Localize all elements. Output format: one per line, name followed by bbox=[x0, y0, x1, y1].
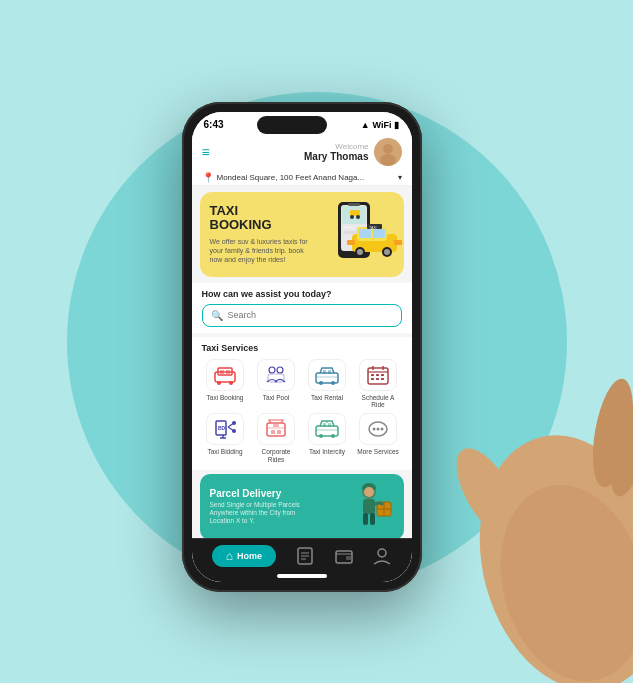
svg-rect-28 bbox=[220, 370, 224, 374]
search-input[interactable] bbox=[228, 310, 393, 320]
corporate-rides-label: Corporate Rides bbox=[253, 448, 300, 464]
taxi-rental-label: Taxi Rental bbox=[311, 394, 343, 402]
app-header: ≡ Welcome Mary Thomas bbox=[192, 134, 412, 170]
welcome-label: Welcome bbox=[304, 142, 368, 151]
svg-point-30 bbox=[269, 367, 275, 373]
nav-item-home[interactable]: ⌂ Home bbox=[212, 545, 276, 567]
search-box[interactable]: 🔍 bbox=[202, 304, 402, 327]
taxi-bidding-icon: BD bbox=[213, 419, 237, 439]
nav-item-wallet[interactable] bbox=[335, 547, 353, 565]
header-user-info: Welcome Mary Thomas bbox=[304, 142, 368, 162]
location-text: Mondeal Square, 100 Feet Anand Naga... bbox=[217, 173, 395, 182]
taxi-pool-label: Taxi Pool bbox=[263, 394, 289, 402]
svg-point-19 bbox=[384, 249, 390, 255]
bottom-nav: ⌂ Home bbox=[192, 538, 412, 571]
svg-rect-85 bbox=[346, 556, 351, 560]
taxi-pool-icon bbox=[264, 365, 288, 385]
orders-icon bbox=[296, 547, 314, 565]
service-item-taxi-rental[interactable]: Taxi Rental bbox=[304, 359, 351, 410]
profile-icon bbox=[373, 547, 391, 565]
service-item-taxi-bidding[interactable]: BD Taxi Bidding bbox=[202, 413, 249, 464]
search-icon: 🔍 bbox=[211, 310, 223, 321]
svg-point-61 bbox=[319, 434, 323, 438]
nav-item-profile[interactable] bbox=[373, 547, 391, 565]
taxi-booking-label: Taxi Booking bbox=[207, 394, 244, 402]
svg-rect-43 bbox=[371, 374, 374, 376]
svg-rect-79 bbox=[370, 513, 375, 525]
services-section-title: Taxi Services bbox=[202, 343, 402, 353]
parcel-delivery-banner[interactable]: Parcel Delivery Send Single or Multiple … bbox=[200, 474, 404, 538]
svg-point-31 bbox=[277, 367, 283, 373]
corporate-rides-icon-box bbox=[257, 413, 295, 445]
more-services-icon bbox=[366, 419, 390, 439]
search-section: How can we assist you today? 🔍 bbox=[192, 283, 412, 333]
svg-rect-47 bbox=[376, 378, 379, 380]
svg-rect-59 bbox=[273, 424, 279, 427]
battery-icon: ▮ bbox=[394, 120, 399, 130]
scroll-content[interactable]: TAXI BOOKING We offer suv & luxuries tax… bbox=[192, 186, 412, 538]
home-label: Home bbox=[237, 551, 262, 561]
svg-rect-44 bbox=[376, 374, 379, 376]
svg-rect-65 bbox=[328, 423, 331, 427]
svg-text:TAXI: TAXI bbox=[369, 226, 377, 230]
taxi-bidding-label: Taxi Bidding bbox=[207, 448, 242, 456]
more-services-label: More Services bbox=[357, 448, 399, 456]
svg-rect-60 bbox=[316, 426, 338, 436]
taxi-rental-icon bbox=[315, 365, 339, 385]
assist-label: How can we assist you today? bbox=[202, 289, 402, 299]
svg-rect-78 bbox=[363, 513, 368, 525]
svg-rect-73 bbox=[363, 499, 375, 514]
service-item-schedule-ride[interactable]: Schedule A Ride bbox=[355, 359, 402, 410]
user-name: Mary Thomas bbox=[304, 151, 368, 162]
svg-rect-15 bbox=[373, 229, 385, 238]
svg-point-67 bbox=[373, 428, 376, 431]
taxi-pool-icon-box bbox=[257, 359, 295, 391]
corporate-rides-icon bbox=[264, 419, 288, 439]
svg-point-27 bbox=[229, 381, 233, 385]
svg-rect-36 bbox=[323, 370, 326, 374]
svg-point-2 bbox=[380, 154, 396, 166]
banner-description: We offer suv & luxuries taxis for your f… bbox=[210, 237, 310, 264]
svg-point-54 bbox=[232, 429, 236, 433]
parcel-text: Parcel Delivery Send Single or Multiple … bbox=[210, 488, 320, 526]
svg-rect-37 bbox=[328, 370, 331, 374]
services-grid: Taxi Booking bbox=[202, 359, 402, 464]
taxi-rental-icon-box bbox=[308, 359, 346, 391]
status-time: 6:43 bbox=[204, 119, 224, 130]
home-indicator bbox=[277, 574, 327, 578]
schedule-ride-icon bbox=[366, 365, 390, 385]
svg-rect-33 bbox=[316, 373, 338, 383]
home-indicator-bar bbox=[192, 571, 412, 582]
svg-point-68 bbox=[377, 428, 380, 431]
location-bar[interactable]: 📍 Mondeal Square, 100 Feet Anand Naga...… bbox=[192, 170, 412, 186]
parcel-description: Send Single or Multiple Parcels Anywhere… bbox=[210, 501, 320, 526]
banner-illustration: TAXI bbox=[319, 202, 394, 267]
hamburger-menu-icon[interactable]: ≡ bbox=[202, 144, 210, 160]
service-item-corporate-rides[interactable]: Corporate Rides bbox=[253, 413, 300, 464]
banner-text: TAXI BOOKING We offer suv & luxuries tax… bbox=[210, 204, 310, 264]
taxi-bidding-icon-box: BD bbox=[206, 413, 244, 445]
taxi-services-section: Taxi Services bbox=[192, 337, 412, 470]
taxi-car-illustration: TAXI bbox=[347, 222, 402, 257]
schedule-ride-icon-box bbox=[359, 359, 397, 391]
service-item-more-services[interactable]: More Services bbox=[355, 413, 402, 464]
avatar-image bbox=[374, 138, 402, 166]
svg-point-34 bbox=[319, 381, 323, 385]
user-avatar[interactable] bbox=[374, 138, 402, 166]
service-item-taxi-intercity[interactable]: Taxi Intercity bbox=[304, 413, 351, 464]
more-services-icon-box bbox=[359, 413, 397, 445]
nav-item-orders[interactable] bbox=[296, 547, 314, 565]
svg-point-11 bbox=[356, 215, 360, 219]
service-item-taxi-pool[interactable]: Taxi Pool bbox=[253, 359, 300, 410]
svg-rect-45 bbox=[381, 374, 384, 376]
home-icon: ⌂ bbox=[226, 549, 233, 563]
schedule-ride-label: Schedule A Ride bbox=[355, 394, 402, 410]
service-item-taxi-booking[interactable]: Taxi Booking bbox=[202, 359, 249, 410]
header-right: Welcome Mary Thomas bbox=[304, 138, 401, 166]
wifi-icon: WiFi bbox=[373, 120, 392, 130]
svg-point-17 bbox=[357, 249, 363, 255]
svg-point-53 bbox=[232, 421, 236, 425]
svg-rect-5 bbox=[348, 203, 360, 206]
svg-point-86 bbox=[378, 549, 386, 557]
chevron-down-icon: ▾ bbox=[398, 173, 402, 182]
